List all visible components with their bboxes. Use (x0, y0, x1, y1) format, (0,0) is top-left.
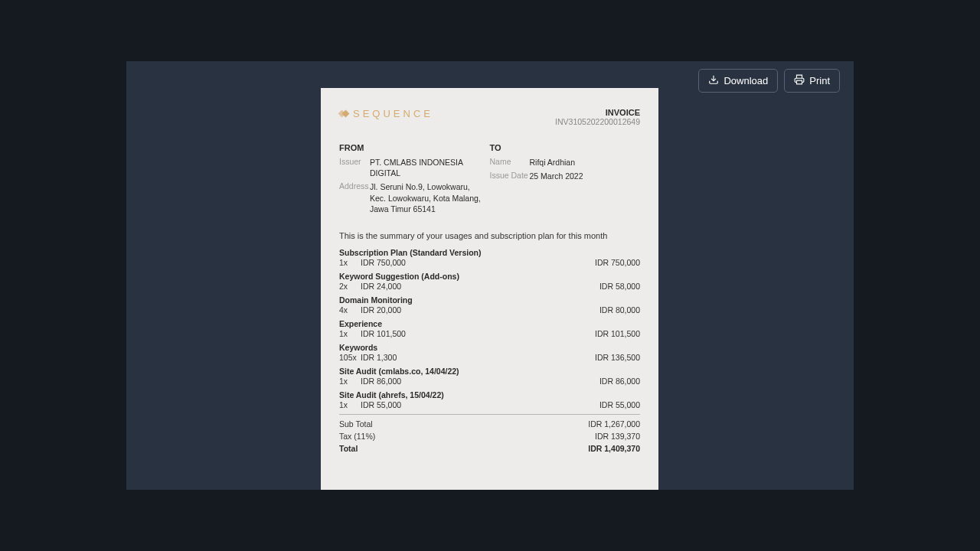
item-qty: 1x (339, 329, 361, 338)
download-icon (708, 74, 719, 87)
item-total: IDR 101,500 (595, 329, 640, 338)
item-unit: IDR 55,000 (361, 400, 401, 409)
from-block: FROM Issuer PT. CMLABS INDONESIA DIGITAL… (339, 143, 490, 217)
item-total: IDR 80,000 (599, 305, 640, 315)
print-label: Print (809, 75, 830, 86)
item-name: Keywords (339, 343, 640, 352)
item-qty: 2x (339, 282, 361, 291)
item-name: Domain Monitoring (339, 295, 640, 305)
subtotal-value: IDR 1,267,000 (588, 419, 640, 429)
svg-rect-1 (797, 80, 802, 84)
page-header: SEQUENCE INVOICE INV3105202200012649 (339, 108, 640, 126)
item-qty: 1x (339, 400, 361, 409)
item-qty: 105x (339, 353, 361, 362)
item-name: Subscription Plan (Standard Version) (339, 248, 640, 257)
item-unit: IDR 1,300 (361, 353, 397, 362)
line-item: Subscription Plan (Standard Version) 1x … (339, 248, 640, 267)
total-label: Total (339, 444, 358, 453)
download-label: Download (724, 75, 768, 86)
parties: FROM Issuer PT. CMLABS INDONESIA DIGITAL… (339, 143, 640, 217)
item-total: IDR 750,000 (595, 258, 640, 267)
address-value: Jl. Seruni No.9, Lowokwaru, Kec. Lowokwa… (370, 181, 481, 214)
divider (339, 414, 640, 415)
brand-logo: SEQUENCE (339, 108, 433, 119)
issue-date-value: 25 March 2022 (530, 171, 583, 181)
download-button[interactable]: Download (698, 69, 778, 93)
invoice-page: SEQUENCE INVOICE INV3105202200012649 FRO… (321, 88, 658, 490)
item-unit: IDR 20,000 (361, 305, 401, 315)
brand-logo-text: SEQUENCE (353, 108, 433, 119)
item-name: Site Audit (ahrefs, 15/04/22) (339, 390, 640, 399)
line-items: Subscription Plan (Standard Version) 1x … (339, 248, 640, 409)
to-heading: TO (490, 143, 641, 152)
name-label: Name (490, 157, 530, 168)
issue-date-label: Issue Date (490, 171, 530, 181)
summary-intro: This is the summary of your usages and s… (339, 231, 640, 240)
invoice-id-block: INVOICE INV3105202200012649 (555, 108, 640, 126)
print-button[interactable]: Print (784, 69, 840, 93)
item-qty: 1x (339, 258, 361, 267)
item-total: IDR 58,000 (599, 282, 640, 291)
tax-value: IDR 139,370 (595, 432, 640, 441)
issuer-value: PT. CMLABS INDONESIA DIGITAL (370, 157, 490, 178)
item-name: Site Audit (cmlabs.co, 14/04/22) (339, 367, 640, 376)
item-unit: IDR 24,000 (361, 282, 401, 291)
item-total: IDR 86,000 (599, 377, 640, 386)
issuer-label: Issuer (339, 157, 370, 178)
tax-label: Tax (11%) (339, 432, 375, 441)
tax-row: Tax (11%) IDR 139,370 (339, 432, 640, 441)
invoice-viewer: Download Print SEQUENCE INVOICE INV31052… (126, 61, 854, 490)
item-name: Experience (339, 319, 640, 328)
line-item: Keywords 105x IDR 1,300 IDR 136,500 (339, 343, 640, 362)
from-heading: FROM (339, 143, 490, 152)
item-qty: 1x (339, 377, 361, 386)
item-unit: IDR 86,000 (361, 377, 401, 386)
to-block: TO Name Rifqi Ardhian Issue Date 25 Marc… (490, 143, 641, 217)
line-item: Domain Monitoring 4x IDR 20,000 IDR 80,0… (339, 295, 640, 315)
line-item: Site Audit (cmlabs.co, 14/04/22) 1x IDR … (339, 367, 640, 386)
item-qty: 4x (339, 305, 361, 315)
invoice-number: INV3105202200012649 (555, 117, 640, 126)
print-icon (794, 74, 805, 87)
brand-logo-mark-icon (339, 109, 350, 119)
item-total: IDR 136,500 (595, 353, 640, 362)
line-item: Experience 1x IDR 101,500 IDR 101,500 (339, 319, 640, 338)
item-unit: IDR 101,500 (361, 329, 406, 338)
subtotal-label: Sub Total (339, 419, 373, 429)
viewer-toolbar: Download Print (698, 69, 840, 93)
total-value: IDR 1,409,370 (588, 444, 640, 453)
item-unit: IDR 750,000 (361, 258, 406, 267)
address-label: Address (339, 181, 370, 214)
invoice-title: INVOICE (555, 108, 640, 117)
total-row: Total IDR 1,409,370 (339, 444, 640, 453)
line-item: Site Audit (ahrefs, 15/04/22) 1x IDR 55,… (339, 390, 640, 409)
name-value: Rifqi Ardhian (530, 157, 576, 168)
item-name: Keyword Suggestion (Add-ons) (339, 272, 640, 281)
item-total: IDR 55,000 (599, 400, 640, 409)
subtotal-row: Sub Total IDR 1,267,000 (339, 419, 640, 429)
line-item: Keyword Suggestion (Add-ons) 2x IDR 24,0… (339, 272, 640, 291)
